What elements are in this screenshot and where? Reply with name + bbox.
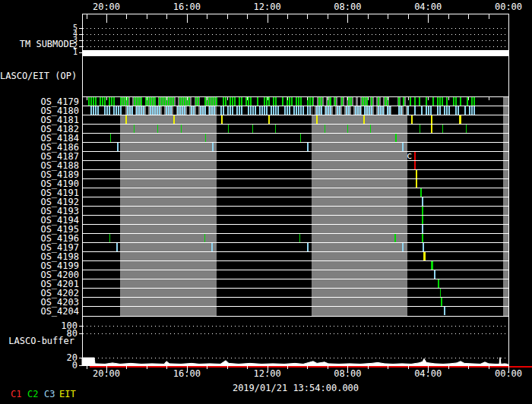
tm-ytick	[79, 46, 82, 47]
image-tick	[134, 97, 135, 106]
tm-ytick	[79, 28, 82, 29]
top-axis-minor-tick	[247, 14, 248, 19]
image-tick	[296, 97, 297, 106]
top-axis-minor-tick	[187, 14, 188, 19]
image-tick	[109, 234, 110, 242]
image-tick	[346, 106, 347, 115]
os-top-minor-tick	[106, 97, 107, 100]
data-gap	[461, 106, 463, 115]
data-gap	[381, 97, 383, 106]
image-tick	[430, 106, 432, 115]
top-axis-minor-tick	[106, 14, 107, 19]
data-gap	[337, 97, 340, 106]
bottom-axis-minor-tick	[489, 366, 489, 369]
image-tick	[469, 106, 470, 115]
data-gap	[142, 97, 145, 106]
os-row-separator	[83, 178, 508, 179]
lasco-eit-op-label: LASCO/EIT (OP)	[0, 71, 76, 81]
os-top-minor-tick	[388, 97, 388, 100]
image-tick	[211, 106, 213, 115]
plot-left-border	[82, 14, 83, 366]
data-gap	[219, 97, 222, 106]
image-tick	[195, 97, 197, 106]
image-tick	[104, 106, 106, 115]
data-gap	[333, 106, 335, 115]
tm-gridline	[83, 46, 508, 47]
data-gap	[429, 97, 432, 106]
data-gap	[253, 97, 255, 106]
data-gap	[259, 97, 262, 106]
image-tick	[261, 106, 263, 115]
top-axis-minor-tick	[268, 14, 268, 19]
image-tick	[214, 106, 215, 115]
bottom-axis-tick-label: 08:00	[328, 369, 366, 379]
image-tick	[228, 125, 229, 133]
image-tick	[250, 97, 252, 106]
image-tick	[170, 106, 172, 115]
image-tick	[232, 97, 233, 106]
image-tick	[471, 97, 473, 106]
data-gap	[97, 97, 99, 106]
bottom-axis-minor-tick	[106, 366, 107, 369]
data-gap	[304, 106, 306, 115]
bottom-axis-minor-tick	[166, 366, 167, 369]
data-gap	[192, 97, 195, 106]
data-gap	[244, 106, 246, 115]
image-tick	[100, 97, 101, 106]
image-tick	[471, 106, 473, 115]
image-tick	[453, 97, 454, 106]
image-tick	[202, 106, 204, 115]
bottom-axis-minor-tick	[448, 366, 449, 369]
image-tick	[300, 134, 301, 142]
image-tick	[117, 143, 119, 151]
data-gap	[130, 97, 132, 106]
image-tick	[357, 106, 359, 115]
image-tick	[426, 106, 427, 115]
bottom-axis-minor-tick	[147, 366, 147, 369]
image-tick	[200, 106, 201, 115]
image-tick	[371, 97, 372, 106]
data-gap	[256, 106, 258, 115]
image-tick	[252, 106, 254, 115]
image-tick	[239, 97, 240, 106]
image-tick	[341, 97, 343, 106]
image-tick	[307, 143, 309, 151]
image-tick	[440, 289, 441, 297]
image-tick	[152, 97, 154, 106]
data-gap	[156, 97, 158, 106]
data-gap	[322, 106, 325, 115]
image-tick	[184, 97, 185, 106]
os-row-separator	[83, 151, 508, 152]
image-tick	[414, 152, 416, 160]
image-tick	[173, 115, 175, 124]
image-tick	[339, 106, 340, 115]
bottom-axis-minor-tick	[307, 366, 308, 369]
top-axis-minor-tick	[166, 14, 167, 19]
image-tick	[325, 125, 325, 133]
os-top-minor-tick	[147, 97, 147, 100]
image-tick	[252, 125, 253, 133]
bottom-axis-minor-tick	[227, 366, 228, 369]
os-top-minor-tick	[247, 97, 248, 100]
image-tick	[241, 106, 242, 115]
top-axis-minor-tick	[287, 14, 288, 19]
data-gap	[111, 106, 113, 115]
image-tick	[309, 106, 311, 115]
image-tick	[431, 261, 433, 270]
legend-item-c2: C2	[27, 390, 38, 399]
image-tick	[434, 270, 435, 279]
bottom-axis-minor-tick	[207, 366, 207, 369]
image-tick	[182, 97, 183, 106]
data-gap	[162, 106, 164, 115]
image-tick	[214, 97, 215, 106]
buffer-ytick-label: 0	[50, 361, 78, 371]
image-tick	[264, 106, 265, 115]
image-tick	[422, 216, 423, 224]
image-tick	[363, 115, 365, 124]
image-tick	[316, 106, 318, 115]
occulter-band	[120, 97, 217, 316]
image-tick	[177, 106, 179, 115]
image-tick	[414, 161, 416, 169]
data-gap	[187, 106, 189, 115]
image-tick	[403, 97, 404, 106]
